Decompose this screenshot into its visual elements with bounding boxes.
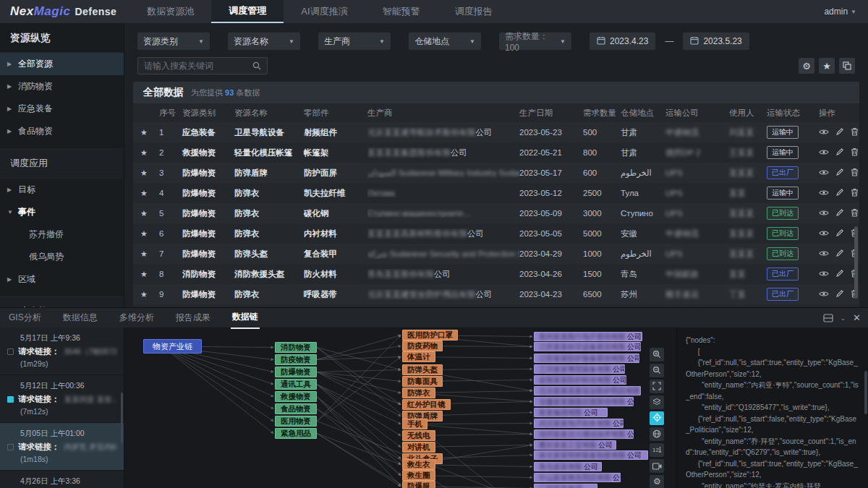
sort-12-button[interactable]: 12 [650, 443, 664, 457]
edit-button[interactable] [835, 168, 844, 178]
bottom-tab-4[interactable]: 报告成果 [174, 308, 212, 328]
view-button[interactable] [819, 229, 829, 239]
graph-item-node[interactable]: 医用防护口罩 [402, 330, 458, 341]
filter-quantity-dropdown[interactable]: 需求数量：100▼ [499, 33, 571, 50]
graph-category-node[interactable]: 食品物资 [275, 403, 317, 414]
delete-button[interactable] [851, 127, 859, 137]
column-header[interactable]: 使用人 [729, 108, 767, 119]
bottom-tab-5[interactable]: 数据链 [231, 307, 260, 329]
table-row[interactable]: ★2救援物资轻量化模压帐篷帐篷架某某某某集团股份有限公司2022-05-2180… [133, 142, 859, 163]
graph-company-node[interactable]: 金陵某某防护科技有限公司 [534, 375, 626, 385]
graph-company-node[interactable]: 北京某某高新安全防护用品有限公司 [534, 386, 641, 395]
edit-button[interactable] [835, 188, 844, 198]
view-button[interactable] [819, 249, 829, 259]
graph-item-node[interactable]: 红外护目镜 [402, 399, 451, 410]
table-row[interactable]: ★6防爆物资防弹衣内衬材料某某某某高新材料股份有限公司2023-05-05500… [133, 223, 859, 244]
graph-company-node[interactable]: 江苏某某防护装备股份有限公司 [534, 354, 639, 363]
sidebar-subitem[interactable]: 俄乌局势 [0, 246, 124, 268]
star-icon[interactable]: ★ [140, 189, 159, 198]
graph-company-node[interactable]: 广州某某集团 [534, 484, 597, 488]
graph-item-node[interactable]: 无线电 [402, 430, 435, 441]
sidebar-section-apps[interactable]: 调度应用 [0, 148, 124, 179]
graph-item-node[interactable]: 体温计 [402, 351, 435, 362]
nav-tab-1[interactable]: 数据资源池 [129, 0, 211, 23]
column-header[interactable]: 资源名称 [234, 108, 304, 119]
close-icon[interactable]: ✕ [853, 312, 861, 323]
graph-company-node[interactable]: 某某集团有限公司 [534, 408, 608, 417]
user-menu[interactable]: admin ▼ [824, 0, 868, 23]
request-list-item[interactable]: 5月05日 上午01:00请求链接：内罗瓦 罗宾内特 某登…(1m18s) [0, 423, 124, 471]
column-header[interactable]: 运输状态 [767, 108, 819, 119]
graph-root-node[interactable]: 物资产业链 [143, 339, 202, 354]
fit-screen-button[interactable] [650, 380, 664, 393]
column-header[interactable]: 资源类别 [182, 108, 234, 119]
delete-button[interactable] [851, 168, 859, 178]
favorite-button[interactable]: ★ [819, 58, 835, 74]
search-icon[interactable] [252, 61, 261, 70]
graph-company-node[interactable]: 青岛某某有限公司 [534, 462, 602, 471]
star-icon[interactable]: ★ [140, 209, 159, 218]
edit-button[interactable] [835, 269, 844, 279]
request-checkbox[interactable] [7, 348, 14, 355]
graph-company-node[interactable]: 南京某某特种装备制造有限公司 [534, 450, 648, 460]
table-row[interactable]: ★1应急装备卫星导航设备射频组件北京某某通导航技术股份有限公司2023-05-2… [133, 122, 859, 142]
column-header[interactable]: 零部件 [304, 108, 367, 119]
chevron-down-icon[interactable]: ⌄ [841, 314, 846, 322]
edit-button[interactable] [835, 127, 844, 137]
column-header[interactable]: 生产日期 [519, 108, 583, 119]
date-from-picker[interactable]: 2023.4.23 [590, 33, 655, 50]
delete-button[interactable] [851, 208, 859, 218]
view-button[interactable] [819, 290, 829, 299]
delete-button[interactable] [851, 147, 859, 158]
search-box[interactable] [137, 57, 268, 74]
json-scrollbar[interactable] [864, 371, 867, 414]
edit-button[interactable] [835, 249, 844, 259]
request-list-scrollbar[interactable] [121, 393, 123, 443]
graph-category-node[interactable]: 救援物资 [275, 391, 317, 402]
table-row[interactable]: ★8消防物资消防救援头盔防火材料青岛某某股份有限公司2023-04-261500… [133, 264, 859, 284]
column-header[interactable]: 序号 [159, 108, 182, 119]
zoom-out-button[interactable] [650, 364, 664, 377]
star-icon[interactable]: ★ [140, 249, 159, 259]
sidebar-item-app-2[interactable]: ▼事件 [0, 201, 124, 223]
graph-company-node[interactable]: 江苏某某科学设备股份有限公司 [534, 342, 641, 351]
sidebar-item-resource-3[interactable]: ▶应急装备 [0, 98, 124, 120]
graph-item-node[interactable]: 救生衣 [402, 459, 435, 470]
edit-button[interactable] [835, 289, 844, 299]
nav-tab-3[interactable]: AI调度推演 [284, 0, 365, 23]
view-button[interactable] [819, 128, 829, 137]
edit-button[interactable] [835, 208, 844, 218]
graph-category-node[interactable]: 通讯工具 [275, 379, 317, 390]
table-row[interactable]: ★7防爆物资防弹头盔复合装甲شركة Sudanese Security and… [133, 244, 859, 264]
video-button[interactable] [650, 459, 664, 473]
column-header[interactable]: 需求数量 [583, 108, 621, 119]
request-checkbox[interactable] [7, 444, 14, 450]
graph-company-node[interactable]: 重庆某某工贸有限公司 [534, 440, 616, 450]
graph-category-node[interactable]: 医用物资 [275, 416, 317, 427]
graph-company-node[interactable]: 深圳某某北斗通信技术有限公司 [534, 429, 634, 439]
nav-tab-5[interactable]: 调度报告 [438, 0, 510, 23]
sidebar-subitem[interactable]: 苏丹撤侨 [0, 223, 124, 246]
graph-company-node[interactable]: 武汉某某电子防务有限公司 [534, 419, 624, 428]
view-button[interactable] [819, 209, 829, 218]
graph-category-node[interactable]: 防爆物资 [275, 367, 317, 377]
table-scrollbar[interactable] [854, 226, 858, 299]
delete-button[interactable] [851, 188, 859, 198]
graph-category-node[interactable]: 紧急用品 [275, 428, 317, 439]
request-list-item[interactable]: 5月17日 上午9:36请求链接：3546（7期05736）…(1m29s) [0, 328, 124, 375]
view-button[interactable] [819, 168, 829, 178]
star-icon[interactable]: ★ [140, 168, 159, 178]
locate-button[interactable] [650, 411, 664, 425]
graph-item-node[interactable]: 防弹衣 [402, 388, 435, 398]
filter-dropdown-2[interactable]: 资源名称▼ [228, 33, 300, 50]
sidebar-item-resource-1[interactable]: ▶全部资源 [0, 53, 124, 75]
table-row[interactable]: ★9防爆物资防弹衣呼吸器带北京某某建安全防护用品有限公司2023-04-2365… [133, 284, 859, 304]
edit-button[interactable] [835, 228, 844, 239]
search-input[interactable] [144, 61, 245, 71]
graph-category-node[interactable]: 防疫物资 [275, 354, 317, 365]
date-to-picker[interactable]: 2023.5.23 [683, 33, 749, 50]
bottom-tab-2[interactable]: 数据信息 [61, 308, 99, 328]
graph-company-node[interactable]: 三河某某警用装备有限公司 [534, 364, 625, 374]
request-list-item[interactable]: 4月26日 上午3:36请求链接：某 日乌克 某登…(1m21s) [0, 471, 124, 488]
column-header[interactable]: 运输公司 [665, 108, 729, 119]
